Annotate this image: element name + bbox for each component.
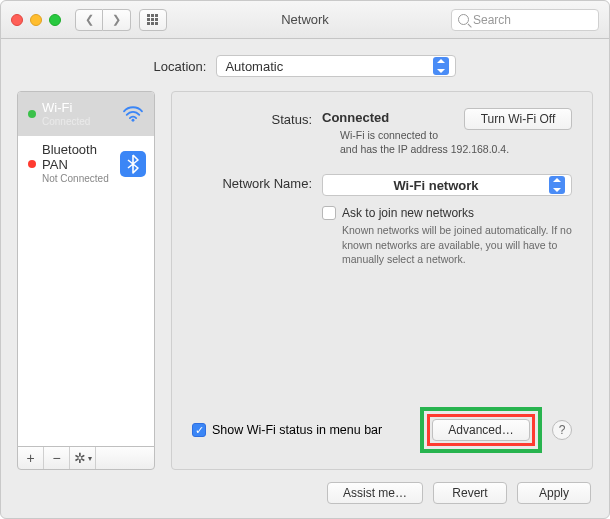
- status-desc-line1: Wi-Fi is connected to: [340, 129, 438, 141]
- gear-icon: ✲: [74, 450, 86, 466]
- service-actions-button[interactable]: ✲ ▾: [70, 447, 96, 469]
- close-icon[interactable]: [11, 14, 23, 26]
- location-value: Automatic: [225, 59, 283, 74]
- ask-join-note: Known networks will be joined automatica…: [342, 223, 572, 266]
- network-name-value: Wi-Fi network: [331, 178, 541, 193]
- network-preferences-window: ❮ ❯ Network Search Location: Automatic W…: [0, 0, 610, 519]
- network-name-label: Network Name:: [192, 174, 322, 196]
- service-status: Not Connected: [42, 173, 120, 185]
- minimize-icon[interactable]: [30, 14, 42, 26]
- advanced-button[interactable]: Advanced…: [432, 419, 530, 441]
- service-sidebar: Wi-Fi Connected Bluetooth PAN Not Connec…: [17, 91, 155, 470]
- sidebar-toolbar: + − ✲ ▾: [17, 446, 155, 470]
- window-title: Network: [281, 12, 329, 27]
- svg-point-0: [132, 119, 135, 122]
- forward-button: ❯: [103, 9, 131, 31]
- ask-join-label: Ask to join new networks: [342, 206, 474, 220]
- revert-button[interactable]: Revert: [433, 482, 507, 504]
- service-status: Connected: [42, 116, 120, 128]
- status-dot-disconnected-icon: [28, 160, 36, 168]
- main-area: Wi-Fi Connected Bluetooth PAN Not Connec…: [1, 91, 609, 470]
- search-placeholder: Search: [473, 13, 511, 27]
- status-desc-line2: and has the IP address 192.168.0.4.: [340, 143, 509, 155]
- add-service-button[interactable]: +: [18, 447, 44, 469]
- location-select[interactable]: Automatic: [216, 55, 456, 77]
- turn-wifi-off-button[interactable]: Turn Wi-Fi Off: [464, 108, 572, 130]
- detail-panel: Turn Wi-Fi Off Status: Connected Wi-Fi i…: [171, 91, 593, 470]
- sidebar-item-bluetooth-pan[interactable]: Bluetooth PAN Not Connected: [18, 136, 154, 191]
- help-button[interactable]: ?: [552, 420, 572, 440]
- footer: Assist me… Revert Apply: [1, 470, 609, 518]
- service-list: Wi-Fi Connected Bluetooth PAN Not Connec…: [17, 91, 155, 447]
- apply-button[interactable]: Apply: [517, 482, 591, 504]
- show-all-button[interactable]: [139, 9, 167, 31]
- ask-join-checkbox[interactable]: [322, 206, 336, 220]
- detail-bottom-row: ✓ Show Wi-Fi status in menu bar Advanced…: [192, 407, 572, 453]
- wifi-icon: [120, 101, 146, 127]
- chevron-updown-icon: [433, 57, 449, 75]
- nav-buttons: ❮ ❯: [75, 9, 131, 31]
- remove-service-button[interactable]: −: [44, 447, 70, 469]
- search-input[interactable]: Search: [451, 9, 599, 31]
- grid-icon: [147, 14, 159, 26]
- location-row: Location: Automatic: [1, 39, 609, 91]
- show-status-label: Show Wi-Fi status in menu bar: [212, 423, 382, 437]
- window-controls: [11, 14, 61, 26]
- advanced-highlight: Advanced…: [420, 407, 542, 453]
- back-button[interactable]: ❮: [75, 9, 103, 31]
- service-name: Bluetooth PAN: [42, 143, 120, 173]
- sidebar-item-wifi[interactable]: Wi-Fi Connected: [18, 92, 154, 136]
- status-dot-connected-icon: [28, 110, 36, 118]
- chevron-updown-icon: [549, 176, 565, 194]
- zoom-icon[interactable]: [49, 14, 61, 26]
- network-name-select[interactable]: Wi-Fi network: [322, 174, 572, 196]
- status-label: Status:: [192, 110, 322, 156]
- search-icon: [458, 14, 469, 25]
- show-status-checkbox[interactable]: ✓: [192, 423, 206, 437]
- service-name: Wi-Fi: [42, 101, 120, 116]
- assist-me-button[interactable]: Assist me…: [327, 482, 423, 504]
- bluetooth-icon: [120, 151, 146, 177]
- chevron-down-icon: ▾: [88, 454, 92, 463]
- titlebar: ❮ ❯ Network Search: [1, 1, 609, 39]
- location-label: Location:: [154, 59, 207, 74]
